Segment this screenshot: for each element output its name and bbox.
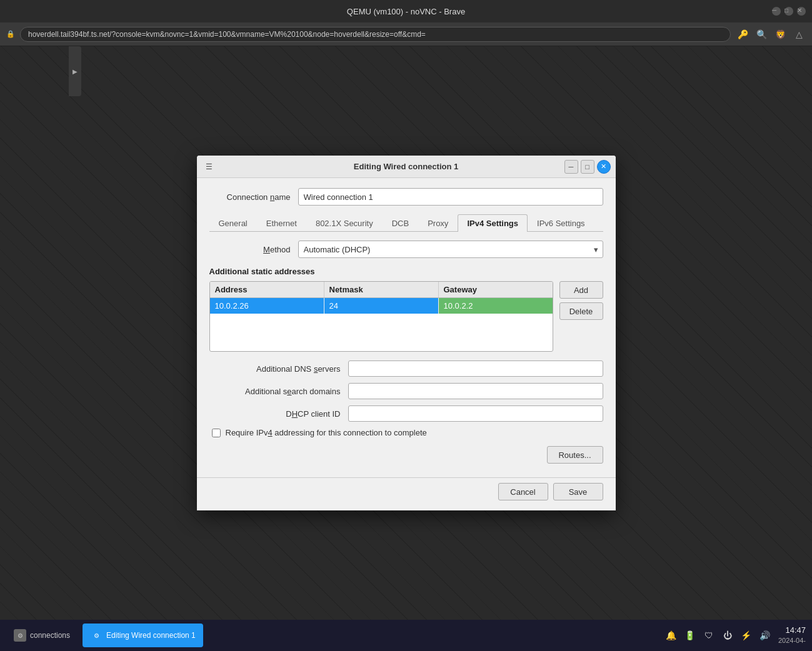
section-title: Additional static addresses	[209, 267, 603, 276]
taskbar-item-editing[interactable]: ⚙ Editing Wired connection 1	[83, 624, 203, 647]
clock-date: 2024-04-	[778, 636, 806, 645]
search-label: Additional search domains	[209, 387, 341, 396]
delete-button[interactable]: Delete	[559, 302, 603, 320]
tab-proxy[interactable]: Proxy	[418, 214, 458, 232]
tab-general[interactable]: General	[209, 214, 257, 232]
routes-row: Routes...	[209, 446, 603, 464]
col-header-address: Address	[210, 282, 324, 297]
search-input[interactable]	[348, 383, 603, 399]
dialog-maximize-button[interactable]: □	[581, 160, 594, 174]
tabs-row: General Ethernet 802.1X Security DCB Pro…	[209, 214, 603, 232]
table-header: Address Netmask Gateway	[210, 282, 553, 298]
volume-icon[interactable]: 🔊	[758, 629, 772, 642]
browser-maximize-button[interactable]: □	[784, 7, 793, 16]
browser-window-controls: ─ □ ✕	[772, 7, 806, 16]
editing-icon: ⚙	[90, 629, 103, 642]
browser-titlebar: QEMU (vm100) - noVNC - Brave ─ □ ✕	[0, 0, 812, 22]
dns-input[interactable]	[348, 360, 603, 377]
notification-icon[interactable]: 🔔	[664, 629, 678, 642]
col-header-gateway: Gateway	[439, 282, 553, 297]
dialog-titlebar: ☰ Editing Wired connection 1 ─ □ ✕	[197, 156, 616, 178]
cell-gateway: 10.0.2.2	[439, 298, 553, 314]
taskbar: ⚙ connections ⚙ Editing Wired connection…	[0, 620, 812, 651]
browser-addressbar: 🔒 hoverdell.tail394bf.ts.net/?console=kv…	[0, 22, 812, 46]
clock-time: 14:47	[778, 625, 806, 636]
cancel-button[interactable]: Cancel	[498, 483, 548, 500]
dialog-menu-button[interactable]: ☰	[202, 161, 216, 172]
taskbar-item-connections[interactable]: ⚙ connections	[6, 624, 78, 647]
address-field[interactable]: hoverdell.tail394bf.ts.net/?console=kvm&…	[20, 27, 731, 42]
method-select-wrap: Automatic (DHCP) Manual Link-Local Only …	[298, 241, 603, 258]
addresses-actions: Add Delete	[559, 281, 603, 352]
power-icon[interactable]: ⏻	[721, 629, 734, 642]
add-button[interactable]: Add	[559, 281, 603, 299]
dhcp-input[interactable]	[348, 405, 603, 422]
connection-name-row: Connection name	[209, 188, 603, 206]
save-button[interactable]: Save	[553, 483, 603, 500]
routes-button[interactable]: Routes...	[547, 446, 603, 464]
bolt-icon[interactable]: ⚡	[739, 629, 753, 642]
table-row[interactable]: 10.0.2.26 24 10.0.2.2	[210, 298, 553, 314]
main-content: ☰ Editing Wired connection 1 ─ □ ✕ Conne…	[0, 46, 812, 620]
zoom-icon[interactable]: 🔍	[754, 27, 768, 41]
col-header-netmask: Netmask	[324, 282, 439, 297]
dialog-title: Editing Wired connection 1	[354, 162, 458, 171]
browser-minimize-button[interactable]: ─	[772, 7, 781, 16]
tab-ipv6-settings[interactable]: IPv6 Settings	[528, 214, 594, 232]
dhcp-row: DHCP client ID	[209, 405, 603, 422]
method-select[interactable]: Automatic (DHCP) Manual Link-Local Only …	[298, 241, 603, 258]
addresses-table-wrap: Address Netmask Gateway 10.0.2.26 24 10.…	[209, 281, 603, 352]
battery-icon[interactable]: 🔋	[683, 629, 697, 642]
cell-netmask: 24	[324, 298, 439, 314]
security-icon: 🔒	[6, 30, 15, 38]
dialog-minimize-button[interactable]: ─	[564, 160, 578, 174]
connections-label: connections	[30, 631, 70, 640]
side-panel-toggle[interactable]: ▶	[69, 46, 81, 96]
method-row: Method Automatic (DHCP) Manual Link-Loca…	[209, 241, 603, 258]
chevron-right-icon: ▶	[73, 68, 78, 75]
search-row: Additional search domains	[209, 383, 603, 399]
browser-title: QEMU (vm100) - noVNC - Brave	[347, 7, 465, 16]
tray-icons: 🔔 🔋 🛡 ⏻ ⚡ 🔊	[664, 629, 772, 642]
vpn-icon[interactable]: 🛡	[702, 629, 716, 642]
taskbar-clock: 14:47 2024-04-	[778, 625, 806, 645]
browser-close-button[interactable]: ✕	[797, 7, 806, 16]
key-icon[interactable]: 🔑	[736, 27, 749, 41]
addresses-table: Address Netmask Gateway 10.0.2.26 24 10.…	[209, 281, 553, 352]
dialog-body: Connection name General Ethernet 802.1X …	[197, 178, 616, 477]
cell-address: 10.0.2.26	[210, 298, 324, 314]
tab-ipv4-settings[interactable]: IPv4 Settings	[458, 214, 528, 232]
table-empty-area	[210, 314, 553, 351]
ipv4-required-checkbox[interactable]	[212, 429, 221, 437]
dialog-footer: Cancel Save	[197, 477, 616, 510]
dns-label: Additional DNS servers	[209, 364, 341, 374]
checkbox-row: Require IPv4 addressing for this connect…	[209, 428, 603, 437]
taskbar-right: 🔔 🔋 🛡 ⏻ ⚡ 🔊 14:47 2024-04-	[664, 625, 806, 645]
brave-rewards-icon[interactable]: △	[792, 27, 806, 41]
method-label: Method	[209, 245, 291, 254]
connection-name-label: Connection name	[209, 192, 291, 202]
tab-802-1x-security[interactable]: 802.1X Security	[306, 214, 383, 232]
dns-row: Additional DNS servers	[209, 360, 603, 377]
dialog-window: ☰ Editing Wired connection 1 ─ □ ✕ Conne…	[197, 156, 616, 510]
checkbox-label: Require IPv4 addressing for this connect…	[226, 428, 427, 437]
connection-name-input[interactable]	[298, 188, 603, 206]
tab-dcb[interactable]: DCB	[383, 214, 418, 232]
connections-icon: ⚙	[14, 629, 26, 642]
tab-ethernet[interactable]: Ethernet	[257, 214, 306, 232]
address-actions: 🔑 🔍 🦁 △	[736, 27, 806, 41]
dialog-close-button[interactable]: ✕	[597, 160, 611, 174]
dhcp-label: DHCP client ID	[209, 409, 341, 419]
brave-shield-icon[interactable]: 🦁	[773, 27, 787, 41]
dialog-title-controls: ─ □ ✕	[564, 160, 611, 174]
editing-label: Editing Wired connection 1	[106, 631, 196, 640]
